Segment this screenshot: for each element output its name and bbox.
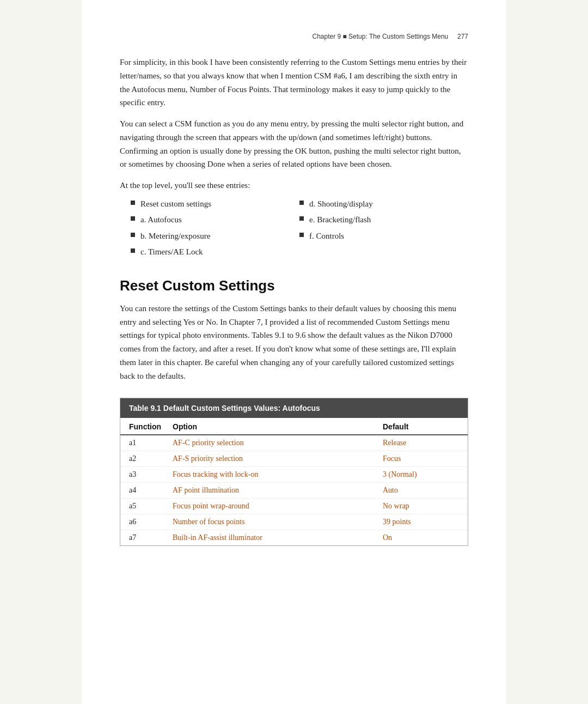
bullet-icon (131, 248, 135, 253)
list-item: e. Bracketing/flash (299, 214, 468, 226)
table-row: a5Focus point wrap-aroundNo wrap (120, 499, 468, 514)
bullet-label: a. Autofocus (140, 214, 182, 226)
cell-option: Number of focus points (173, 518, 383, 526)
entries-intro: At the top level, you'll see these entri… (120, 179, 468, 192)
cell-function: a6 (129, 518, 173, 526)
page-header: Chapter 9 ■ Setup: The Custom Settings M… (120, 33, 468, 40)
bullet-col-1: Reset custom settings a. Autofocus b. Me… (131, 198, 299, 262)
cell-function: a7 (129, 533, 173, 542)
bullet-label: d. Shooting/display (309, 198, 373, 210)
cell-default: On (383, 533, 459, 542)
bullet-icon (131, 201, 135, 205)
cell-default: Focus (383, 454, 459, 463)
bullet-icon (131, 233, 135, 237)
bullet-icon (299, 201, 304, 205)
table-container: Table 9.1 Default Custom Settings Values… (120, 398, 468, 546)
cell-default: No wrap (383, 502, 459, 511)
cell-option: Focus point wrap-around (173, 502, 383, 511)
cell-default: Auto (383, 486, 459, 495)
paragraph-2: You can select a CSM function as you do … (120, 117, 468, 171)
cell-function: a4 (129, 486, 173, 495)
list-item: c. Timers/AE Lock (131, 246, 299, 258)
list-item: f. Controls (299, 230, 468, 242)
table-row: a6Number of focus points39 points (120, 514, 468, 530)
cell-option: Focus tracking with lock-on (173, 470, 383, 479)
table-header-function: Function (129, 422, 173, 431)
section-body: You can restore the settings of the Cust… (120, 302, 468, 383)
list-item: Reset custom settings (131, 198, 299, 210)
cell-option: AF-S priority selection (173, 454, 383, 463)
chapter-header-text: Chapter 9 ■ Setup: The Custom Settings M… (312, 33, 448, 40)
bullet-label: b. Metering/exposure (140, 230, 210, 242)
cell-option: Built-in AF-assist illuminator (173, 533, 383, 542)
cell-option: AF point illumination (173, 486, 383, 495)
table-row: a2AF-S priority selectionFocus (120, 451, 468, 467)
paragraph-1: For simplicity, in this book I have been… (120, 56, 468, 110)
bullet-col-2: d. Shooting/display e. Bracketing/flash … (299, 198, 468, 262)
table-row: a3Focus tracking with lock-on3 (Normal) (120, 467, 468, 483)
list-item: b. Metering/exposure (131, 230, 299, 242)
table-header-row: Function Option Default (120, 418, 468, 435)
list-item: a. Autofocus (131, 214, 299, 226)
bullet-icon (299, 233, 304, 237)
bullet-label: f. Controls (309, 230, 344, 242)
table-row: a4AF point illuminationAuto (120, 483, 468, 499)
table-body: a1AF-C priority selectionReleasea2AF-S p… (120, 435, 468, 545)
bullet-icon (299, 216, 304, 221)
bullet-icon (131, 216, 135, 221)
table-row: a7Built-in AF-assist illuminatorOn (120, 530, 468, 545)
table-header-option: Option (173, 422, 383, 431)
cell-function: a3 (129, 470, 173, 479)
cell-function: a5 (129, 502, 173, 511)
bullet-label: e. Bracketing/flash (309, 214, 371, 226)
table-title: Table 9.1 Default Custom Settings Values… (120, 398, 468, 418)
section-heading: Reset Custom Settings (120, 277, 468, 294)
cell-default: 39 points (383, 518, 459, 526)
bullet-label: Reset custom settings (140, 198, 211, 210)
bullet-columns: Reset custom settings a. Autofocus b. Me… (131, 198, 468, 262)
table-row: a1AF-C priority selectionRelease (120, 435, 468, 451)
table-header-default: Default (383, 422, 459, 431)
page-number: 277 (457, 33, 468, 40)
cell-default: Release (383, 439, 459, 447)
cell-function: a2 (129, 454, 173, 463)
cell-option: AF-C priority selection (173, 439, 383, 447)
cell-default: 3 (Normal) (383, 470, 459, 479)
page: Chapter 9 ■ Setup: The Custom Settings M… (82, 0, 506, 704)
list-item: d. Shooting/display (299, 198, 468, 210)
bullet-label: c. Timers/AE Lock (140, 246, 203, 258)
cell-function: a1 (129, 439, 173, 447)
